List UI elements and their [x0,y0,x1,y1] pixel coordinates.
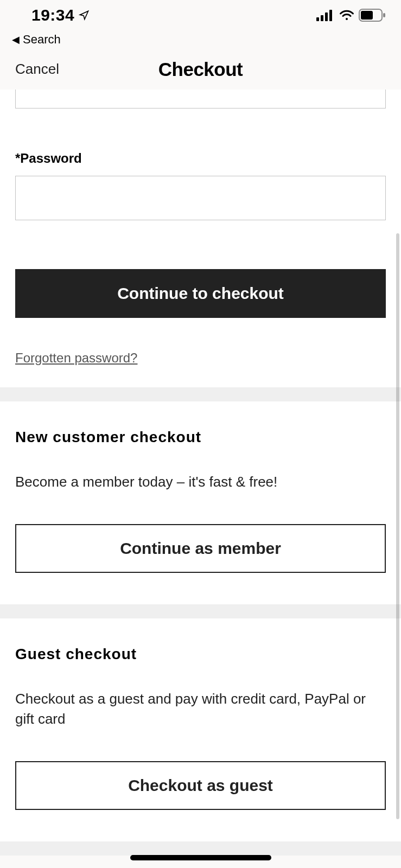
status-right [316,9,386,22]
nav-header: Cancel Checkout [0,49,401,90]
scrollbar[interactable] [396,233,399,819]
battery-icon [359,9,386,22]
new-customer-section: New customer checkout Become a member to… [0,401,401,573]
section-divider [0,841,401,856]
status-left: 19:34 [31,6,90,24]
login-section: *Password Continue to checkout Forgotten… [0,90,401,387]
guest-section: Guest checkout Checkout as a guest and p… [0,618,401,810]
svg-rect-0 [316,17,319,21]
guest-title: Guest checkout [15,618,386,663]
svg-rect-6 [383,13,385,17]
svg-rect-2 [325,12,328,21]
new-customer-title: New customer checkout [15,401,386,446]
continue-member-label: Continue as member [120,539,281,558]
cancel-button[interactable]: Cancel [15,61,59,78]
checkout-guest-label: Checkout as guest [128,776,273,795]
section-divider [0,387,401,401]
new-customer-desc: Become a member today – it's fast & free… [15,472,386,493]
password-field[interactable] [15,176,386,220]
guest-desc: Checkout as a guest and pay with credit … [15,689,386,730]
continue-member-button[interactable]: Continue as member [15,524,386,573]
continue-checkout-button[interactable]: Continue to checkout [15,269,386,318]
page-title: Checkout [158,59,243,80]
location-icon [79,10,90,21]
forgot-password-link[interactable]: Forgotten password? [15,350,137,366]
password-label: *Password [15,151,386,166]
content: *Password Continue to checkout Forgotten… [0,90,401,856]
continue-checkout-label: Continue to checkout [117,284,284,303]
section-divider [0,604,401,618]
cellular-icon [316,9,335,21]
svg-rect-3 [329,10,332,21]
back-search-label: Search [23,33,61,47]
wifi-icon [339,9,354,21]
back-chevron-icon: ◀ [12,34,20,46]
svg-rect-1 [321,15,323,21]
svg-rect-5 [361,11,373,20]
checkout-guest-button[interactable]: Checkout as guest [15,761,386,810]
home-indicator[interactable] [130,855,271,860]
status-time: 19:34 [31,6,74,24]
back-to-search[interactable]: ◀ Search [0,30,401,49]
status-bar: 19:34 [0,0,401,30]
email-field-partial[interactable] [15,90,386,108]
